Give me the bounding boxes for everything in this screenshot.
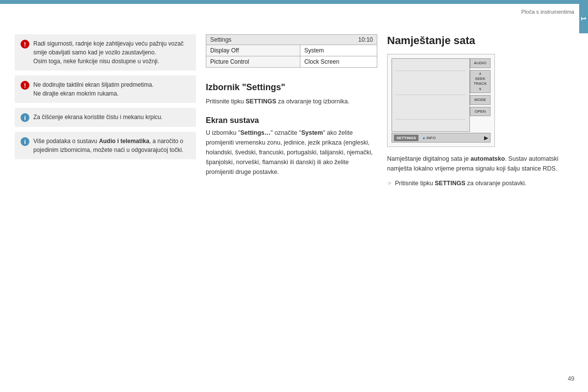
settings-table: Display Off System Picture Control Clock… (206, 45, 377, 68)
arrow-button[interactable]: ▶ (484, 135, 488, 141)
screen-line (396, 71, 466, 71)
middle-column: Settings 10:10 Display Off System Pictur… (206, 34, 377, 177)
notice-box-1: ! Radi sigurnosti, radnje koje zahtijeva… (15, 34, 196, 71)
info-icon-2: i (21, 137, 29, 146)
info-label: INFO (426, 136, 436, 140)
seek-track-button[interactable]: ∧SEEKTRACK∨ (470, 70, 490, 94)
bullet-text: Pritisnite tipku SETTINGS za otvaranje p… (395, 178, 526, 188)
device-screen (392, 58, 470, 132)
settings-button[interactable]: SETTINGS (394, 135, 418, 141)
notice-text-3: Za čišćenje ekrana koristite čistu i mek… (33, 113, 163, 122)
system-heading: Ekran sustava (206, 116, 377, 125)
audio-button[interactable]: AUDIO (470, 58, 490, 68)
device-button-column: AUDIO ∧SEEKTRACK∨ MODE OPEN (470, 58, 490, 132)
info-icon-1: i (21, 113, 29, 122)
left-column: ! Radi sigurnosti, radnje koje zahtijeva… (15, 34, 196, 164)
notice-box-4: i Više podataka o sustavu Audio i telema… (15, 132, 196, 159)
right-bullet: ☞ Pritisnite tipku SETTINGS za otvaranje… (387, 178, 564, 188)
settings-time: 10:10 (358, 36, 373, 43)
info-button[interactable]: ● INFO (420, 134, 438, 142)
system-section: Ekran sustava U izborniku "Settings…" oz… (206, 116, 377, 177)
table-cell: System (300, 45, 377, 56)
menu-section: Izbornik "Settings" Pritisnite tipku SET… (206, 82, 377, 106)
mode-button[interactable]: MODE (470, 95, 490, 105)
warning-icon-2: ! (21, 81, 29, 90)
device-mockup: AUDIO ∧SEEKTRACK∨ MODE OPEN SETTINGS ● I… (387, 54, 495, 147)
bullet-arrow-icon: ☞ (387, 179, 392, 188)
notice-box-3: i Za čišćenje ekrana koristite čistu i m… (15, 108, 196, 127)
menu-body: Pritisnite tipku SETTINGS za otvaranje t… (206, 97, 377, 106)
info-dot: ● (422, 135, 425, 141)
warning-icon-1: ! (21, 40, 29, 49)
table-cell: Clock Screen (300, 56, 377, 68)
settings-table-header: Settings 10:10 (206, 34, 377, 45)
notice-box-2: ! Ne dodirujte taktilni ekran šiljatim p… (15, 75, 196, 103)
notice-text-4: Više podataka o sustavu Audio i telemati… (33, 137, 190, 154)
screen-line (396, 119, 466, 120)
right-heading: Namještanje sata (387, 34, 564, 47)
settings-title: Settings (210, 36, 231, 43)
open-button[interactable]: OPEN (470, 107, 490, 117)
top-bar (0, 0, 588, 4)
page-number: 49 (568, 375, 574, 382)
device-bottom-bar: SETTINGS ● INFO ▶ (392, 133, 490, 143)
notice-text-2: Ne dodirujte taktilni ekran šiljatim pre… (33, 80, 153, 98)
settings-table-wrapper: Settings 10:10 Display Off System Pictur… (206, 34, 377, 68)
notice-text-1: Radi sigurnosti, radnje koje zahtijevaju… (33, 39, 190, 66)
header-text: Ploča s instrumentima (521, 9, 574, 15)
menu-heading: Izbornik "Settings" (206, 82, 377, 93)
table-row: Picture Control Clock Screen (206, 56, 377, 68)
screen-line (396, 95, 466, 95)
chapter-number: 1 (580, 17, 588, 21)
chapter-tab: 1 (579, 4, 588, 33)
right-column: Namještanje sata AUDIO ∧SEEKTRACK∨ MODE … (387, 34, 564, 193)
table-cell: Picture Control (206, 56, 300, 68)
table-row: Display Off System (206, 45, 377, 56)
table-cell: Display Off (206, 45, 300, 56)
right-info: Namještanje digitalnog sata je automatsk… (387, 154, 564, 173)
system-body: U izborniku "Settings…" označite "System… (206, 128, 377, 177)
